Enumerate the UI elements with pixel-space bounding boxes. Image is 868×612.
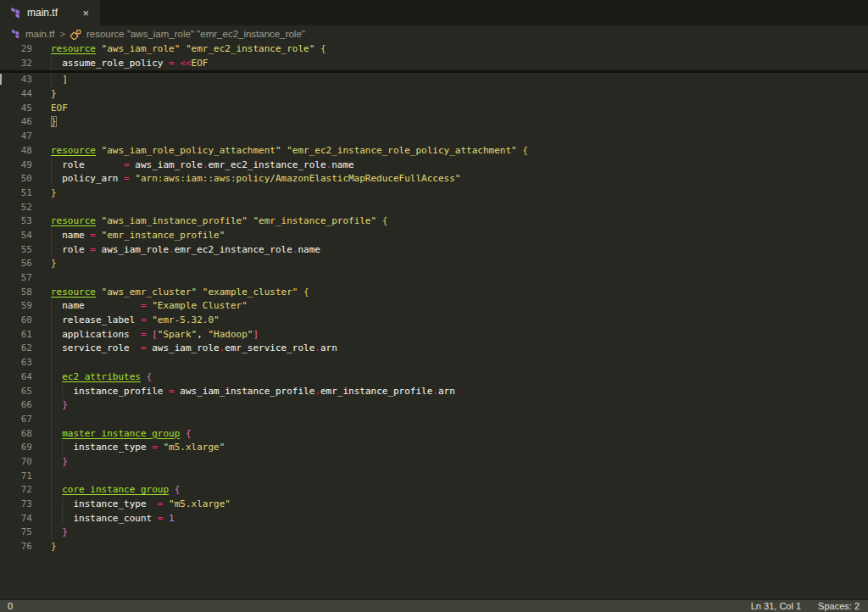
code-line: 60 release_label = "emr-5.32.0": [0, 314, 868, 328]
line-number: 45: [0, 102, 32, 116]
code-lines: 43 ]44}45EOF46}4748resource "aws_iam_rol…: [0, 73, 868, 554]
status-problems-count[interactable]: 0: [8, 601, 13, 611]
tab-main-tf[interactable]: main.tf ×: [0, 0, 100, 25]
indent-guide: [62, 498, 63, 512]
editor-code-area[interactable]: 29resource "aws_iam_role" "emr_ec2_insta…: [0, 42, 868, 599]
code-line: 69 instance_type = "m5.xlarge": [0, 441, 868, 455]
line-number: 48: [0, 144, 32, 159]
close-icon[interactable]: ×: [80, 7, 92, 19]
line-number: 73: [0, 498, 32, 512]
status-bar: 0 Ln 31, Col 1 Spaces: 2: [0, 599, 868, 612]
code-line: 51}: [0, 186, 868, 201]
indent-guide: [51, 526, 52, 540]
indent-guide: [62, 512, 63, 526]
indent-guide: [51, 159, 52, 173]
indent-guide: [51, 385, 52, 399]
indent-guide: [51, 398, 52, 413]
line-number: 47: [0, 130, 32, 144]
code-line: 49 role = aws_iam_role.emr_ec2_instance_…: [0, 159, 868, 173]
symbol-class-icon: [70, 29, 81, 40]
indent-guide: [51, 470, 52, 484]
breadcrumb-file[interactable]: main.tf: [25, 29, 55, 39]
line-number: 70: [0, 455, 32, 470]
line-number: 56: [0, 257, 32, 271]
indent-guide: [51, 328, 52, 342]
indent-guide: [51, 483, 52, 498]
breadcrumb-symbol[interactable]: resource "aws_iam_role" "emr_ec2_instanc…: [86, 29, 305, 39]
line-number: 46: [0, 115, 32, 130]
line-number: 59: [0, 299, 32, 314]
code-line: 45EOF: [0, 102, 868, 116]
indent-guide: [51, 299, 52, 314]
line-number: 58: [0, 286, 32, 300]
line-number: 76: [0, 540, 32, 554]
line-number: 57: [0, 271, 32, 286]
code-line: 65 instance_profile = aws_iam_instance_p…: [0, 385, 868, 399]
line-number: 61: [0, 328, 32, 342]
vscode-window: main.tf × main.tf > resource "aws_iam_ro…: [0, 0, 868, 612]
status-cursor-position[interactable]: Ln 31, Col 1: [751, 601, 801, 611]
line-number: 67: [0, 413, 32, 427]
code-line: 70 }: [0, 455, 868, 470]
indent-guide: [51, 498, 52, 512]
code-line: 71: [0, 470, 868, 484]
indent-guide: [51, 73, 52, 87]
indent-guide: [51, 413, 52, 427]
indent-guide: [51, 441, 52, 455]
code-line: 46}: [0, 115, 868, 130]
line-number: 55: [0, 243, 32, 258]
line-number: 44: [0, 87, 32, 102]
terraform-file-icon: [11, 29, 20, 39]
code-line: 72 core_instance_group {: [0, 483, 868, 498]
tab-label: main.tf: [27, 7, 58, 19]
line-number: 65: [0, 385, 32, 399]
code-line: 67: [0, 413, 868, 427]
code-line: 54 name = "emr_instance_profile": [0, 229, 868, 243]
indent-guide: [51, 229, 52, 243]
line-number: 63: [0, 356, 32, 370]
code-line: 64 ec2_attributes {: [0, 370, 868, 385]
line-number: 52: [0, 201, 32, 215]
status-indentation[interactable]: Spaces: 2: [818, 601, 860, 611]
line-number: 62: [0, 342, 32, 356]
code-line: 68 master_instance_group {: [0, 427, 868, 442]
code-line: 56}: [0, 257, 868, 271]
code-line: 43 ]: [0, 73, 868, 87]
code-line: 55 role = aws_iam_role.emr_ec2_instance_…: [0, 243, 868, 258]
indent-guide: [51, 455, 52, 470]
code-line: 29resource "aws_iam_role" "emr_ec2_insta…: [0, 42, 868, 57]
breadcrumb: main.tf > resource "aws_iam_role" "emr_e…: [0, 25, 868, 42]
chevron-right-icon: >: [60, 29, 65, 39]
code-line: 32 assume_role_policy = <<EOF: [0, 57, 868, 71]
indent-guide: [51, 427, 52, 442]
indent-guide: [62, 385, 63, 399]
terraform-file-icon: [10, 7, 21, 19]
code-line: 44}: [0, 87, 868, 102]
code-line: 58resource "aws_emr_cluster" "example_cl…: [0, 286, 868, 300]
code-line: 76}: [0, 540, 868, 554]
line-number: 49: [0, 159, 32, 173]
line-number: 68: [0, 427, 32, 442]
line-number: 64: [0, 370, 32, 385]
code-line: 62 service_role = aws_iam_role.emr_servi…: [0, 342, 868, 356]
code-line: 75 }: [0, 526, 868, 540]
indent-guide: [51, 356, 52, 370]
line-number: 32: [0, 57, 32, 71]
line-number: 74: [0, 512, 32, 526]
line-number: 53: [0, 214, 32, 229]
line-number: 60: [0, 314, 32, 328]
code-line: 63: [0, 356, 868, 370]
line-number: 72: [0, 483, 32, 498]
indent-guide: [51, 370, 52, 385]
code-line: 53resource "aws_iam_instance_profile" "e…: [0, 214, 868, 229]
code-line: 61 applications = ["Spark", "Hadoop"]: [0, 328, 868, 342]
code-line: 47: [0, 130, 868, 144]
line-number: 51: [0, 186, 32, 201]
code-line: 52: [0, 201, 868, 215]
code-line: 48resource "aws_iam_role_policy_attachme…: [0, 144, 868, 159]
indent-guide: [51, 512, 52, 526]
line-number: 54: [0, 229, 32, 243]
left-edge-marker: [0, 74, 2, 85]
indent-guide: [51, 57, 52, 71]
line-number: 75: [0, 526, 32, 540]
